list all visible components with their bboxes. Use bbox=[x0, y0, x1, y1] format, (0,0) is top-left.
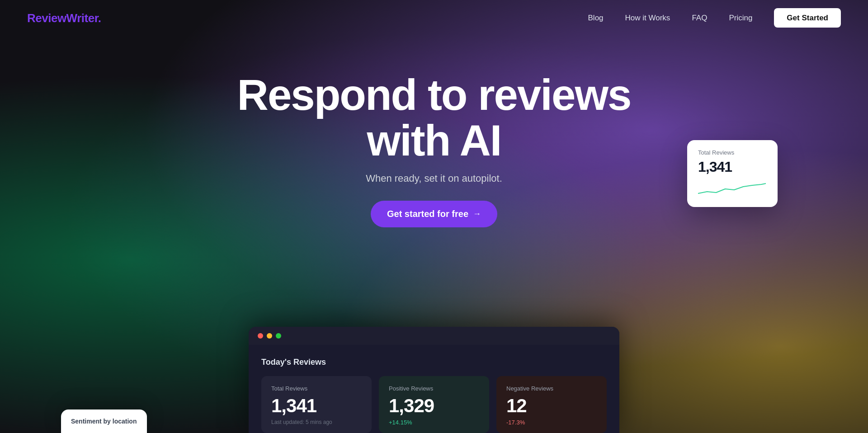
negative-reviews-value: 12 bbox=[506, 396, 597, 415]
negative-reviews-label: Negative Reviews bbox=[506, 385, 597, 392]
floating-reviews-card: Total Reviews 1,341 bbox=[687, 140, 778, 207]
hero-headline: Respond to reviews with AI bbox=[231, 72, 637, 164]
nav-pricing[interactable]: Pricing bbox=[729, 14, 752, 22]
dashboard-section-title: Today's Reviews bbox=[261, 358, 607, 367]
logo-text: ReviewWriter bbox=[27, 11, 98, 25]
total-reviews-card: Total Reviews 1,341 Last updated: 5 mins… bbox=[261, 376, 372, 433]
floating-card-label: Total Reviews bbox=[698, 149, 767, 156]
nav-get-started-button[interactable]: Get Started bbox=[774, 8, 841, 28]
logo[interactable]: ReviewWriter. bbox=[27, 11, 101, 25]
navbar: ReviewWriter. Blog How it Works FAQ Pric… bbox=[0, 0, 868, 36]
dashboard-window: Today's Reviews Total Reviews 1,341 Last… bbox=[249, 327, 619, 433]
total-reviews-value: 1,341 bbox=[271, 396, 362, 415]
mini-chart bbox=[698, 180, 767, 198]
floating-card-value: 1,341 bbox=[698, 159, 767, 175]
nav-blog[interactable]: Blog bbox=[588, 14, 604, 22]
sentiment-card-label: Sentiment by location bbox=[71, 418, 137, 425]
negative-reviews-card: Negative Reviews 12 -17.3% bbox=[496, 376, 607, 433]
sentiment-by-location-card: Sentiment by location bbox=[61, 409, 147, 433]
window-dot-red bbox=[258, 333, 263, 339]
nav-faq[interactable]: FAQ bbox=[692, 14, 707, 22]
window-titlebar bbox=[249, 327, 619, 345]
total-reviews-meta: Last updated: 5 mins ago bbox=[271, 419, 362, 425]
hero-cta-label: Get started for free bbox=[387, 209, 468, 219]
stats-cards-row: Total Reviews 1,341 Last updated: 5 mins… bbox=[261, 376, 607, 433]
positive-reviews-value: 1,329 bbox=[389, 396, 479, 415]
negative-reviews-change: -17.3% bbox=[506, 419, 597, 426]
positive-reviews-card: Positive Reviews 1,329 +14.15% bbox=[379, 376, 489, 433]
logo-dot: . bbox=[98, 11, 101, 25]
total-reviews-label: Total Reviews bbox=[271, 385, 362, 392]
dashboard-content: Today's Reviews Total Reviews 1,341 Last… bbox=[249, 345, 619, 433]
nav-links: Blog How it Works FAQ Pricing Get Starte… bbox=[588, 14, 841, 23]
positive-reviews-change: +14.15% bbox=[389, 419, 479, 426]
positive-reviews-label: Positive Reviews bbox=[389, 385, 479, 392]
hero-cta-button[interactable]: Get started for free → bbox=[371, 201, 497, 227]
arrow-icon: → bbox=[473, 209, 481, 219]
nav-how-it-works[interactable]: How it Works bbox=[625, 14, 670, 22]
window-dot-green bbox=[276, 333, 281, 339]
dashboard-container: Today's Reviews Total Reviews 1,341 Last… bbox=[249, 327, 619, 433]
window-dot-yellow bbox=[267, 333, 272, 339]
